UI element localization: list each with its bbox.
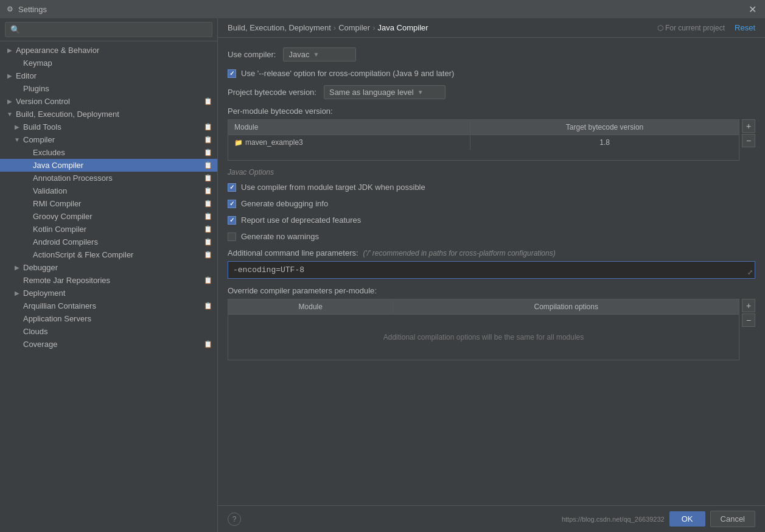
sidebar-item-app-servers[interactable]: Application Servers [0,312,217,325]
sidebar-item-groovy[interactable]: Groovy Compiler 📋 [0,210,217,223]
javac-options-section: ✓ Use compiler from module target JDK wh… [228,183,755,241]
search-box [0,18,217,41]
override-table-wrapper: Module Compilation options Additional co… [228,299,755,360]
sidebar-label-jc: Java Compiler [33,161,201,170]
module-icon: 📁 [234,139,243,146]
tree-arrow-build: ▼ [5,111,15,117]
sidebar-item-excludes[interactable]: Excludes 📋 [0,146,217,159]
bottom-bar: ? https://blog.csdn.net/qq_26639232 OK C… [218,505,765,532]
sidebar-item-appearance[interactable]: ▶ Appearance & Behavior [0,44,217,57]
breadcrumb-part-2: Compiler [338,23,370,32]
breadcrumb-part-3: Java Compiler [378,23,428,32]
sidebar-item-kotlin[interactable]: Kotlin Compiler 📋 [0,223,217,236]
search-input[interactable] [5,22,212,37]
generate-debug-row: ✓ Generate debugging info [228,199,755,208]
tree-arrow-compiler: ▼ [12,136,22,143]
override-add-button[interactable]: + [742,299,755,312]
settings-icon: ⚙ [5,4,15,14]
breadcrumb-sep-2: › [372,23,375,32]
breadcrumb-sep-1: › [334,23,336,32]
cmd-input-wrapper: ⤢ [228,261,755,279]
jc-copy-icon: 📋 [204,161,212,169]
bytecode-value: Same as language level [329,88,414,97]
cmd-line-label: Additional command line parameters: [228,248,358,257]
sidebar-item-validation[interactable]: Validation 📋 [0,184,217,197]
sidebar-label-clouds: Clouds [23,327,212,336]
tree-arrow-appearance: ▶ [5,47,15,54]
generate-no-warnings-row: Generate no warnings [228,232,755,241]
table-side-buttons: + − [742,119,755,161]
override-note: Additional compilation options will be t… [228,315,739,360]
compiler-value: Javac [288,50,309,59]
tree-arrow-vc: ▶ [5,98,15,105]
reset-button[interactable]: Reset [735,23,755,32]
close-button[interactable]: ✕ [745,2,760,16]
coverage-copy-icon: 📋 [204,340,212,348]
use-compiler-module-checkbox[interactable]: ✓ [228,183,236,192]
vc-copy-icon: 📋 [204,97,212,105]
sidebar: ▶ Appearance & Behavior Keymap ▶ Editor … [0,18,218,532]
per-module-label: Per-module bytecode version: [228,107,755,116]
rmi-copy-icon: 📋 [204,200,212,208]
sidebar-item-deployment[interactable]: ▶ Deployment [0,287,217,299]
sidebar-label-groovy: Groovy Compiler [33,212,201,221]
sidebar-item-remote-jar[interactable]: Remote Jar Repositories 📋 [0,274,217,287]
bottom-actions: https://blog.csdn.net/qq_26639232 OK Can… [562,511,755,527]
release-option-label: Use '--release' option for cross-compila… [241,69,454,78]
release-option-checkbox[interactable]: ✓ [228,69,236,78]
checkmark-2: ✓ [229,200,234,207]
sidebar-item-annotation[interactable]: Annotation Processors 📋 [0,172,217,184]
override-remove-button[interactable]: − [742,313,755,327]
sidebar-item-editor[interactable]: ▶ Editor [0,69,217,82]
sidebar-item-rmi[interactable]: RMI Compiler 📋 [0,197,217,210]
report-deprecated-row: ✓ Report use of deprecated features [228,215,755,225]
generate-debug-checkbox[interactable]: ✓ [228,200,236,208]
use-compiler-module-label: Use compiler from module target JDK when… [241,183,425,192]
generate-no-warnings-checkbox[interactable] [228,233,236,241]
sidebar-item-build-exec[interactable]: ▼ Build, Execution, Deployment [0,108,217,121]
sidebar-item-arquillian[interactable]: Arquillian Containers 📋 [0,299,217,312]
sidebar-label-debugger: Debugger [23,263,212,272]
sidebar-label-validation: Validation [33,186,201,195]
sidebar-label-annotation: Annotation Processors [33,173,201,183]
cancel-button[interactable]: Cancel [710,511,755,527]
excludes-copy-icon: 📋 [204,149,212,156]
report-deprecated-checkbox[interactable]: ✓ [228,216,236,225]
settings-content: Use compiler: Javac ▼ ✓ Use '--release' … [218,38,765,505]
add-row-button[interactable]: + [742,119,755,133]
bt-copy-icon: 📋 [204,123,212,131]
sidebar-item-compiler[interactable]: ▼ Compiler 📋 [0,133,217,146]
sidebar-item-keymap[interactable]: Keymap [0,57,217,69]
cmd-line-input[interactable] [228,261,755,279]
project-bytecode-row: Project bytecode version: Same as langua… [228,85,755,99]
expand-icon[interactable]: ⤢ [747,268,753,276]
checkmark-1: ✓ [229,184,234,191]
sidebar-item-clouds[interactable]: Clouds [0,325,217,338]
release-option-row: ✓ Use '--release' option for cross-compi… [228,69,755,78]
main-content: ▶ Appearance & Behavior Keymap ▶ Editor … [0,18,765,532]
sidebar-item-java-compiler[interactable]: Java Compiler 📋 [0,159,217,172]
annotation-copy-icon: 📋 [204,174,212,182]
sidebar-item-version-control[interactable]: ▶ Version Control 📋 [0,95,217,108]
sidebar-label-deploy: Deployment [23,289,212,298]
sidebar-label-arq: Arquillian Containers [23,301,201,310]
report-deprecated-label: Report use of deprecated features [241,215,361,225]
compiler-select[interactable]: Javac ▼ [283,47,356,61]
sidebar-item-plugins[interactable]: Plugins [0,82,217,95]
sidebar-label-rmi: RMI Compiler [33,199,201,208]
sidebar-item-actionscript[interactable]: ActionScript & Flex Compiler 📋 [0,248,217,261]
override-table-empty-row: Additional compilation options will be t… [228,315,739,360]
sidebar-item-android[interactable]: Android Compilers 📋 [0,236,217,248]
cmd-line-hint: ('/' recommended in paths for cross-plat… [363,249,556,257]
sidebar-item-build-tools[interactable]: ▶ Build Tools 📋 [0,121,217,133]
help-button[interactable]: ? [228,513,241,526]
sidebar-item-coverage[interactable]: Coverage 📋 [0,338,217,351]
sidebar-label-vc: Version Control [16,97,201,106]
table-row[interactable]: 📁maven_example3 1.8 [228,135,739,150]
bytecode-select[interactable]: Same as language level ▼ [324,85,445,99]
sidebar-item-debugger[interactable]: ▶ Debugger [0,261,217,274]
ok-button[interactable]: OK [669,511,705,527]
sidebar-label-editor: Editor [16,71,212,80]
javac-options-title: Javac Options [228,168,755,177]
remove-row-button[interactable]: − [742,134,755,147]
